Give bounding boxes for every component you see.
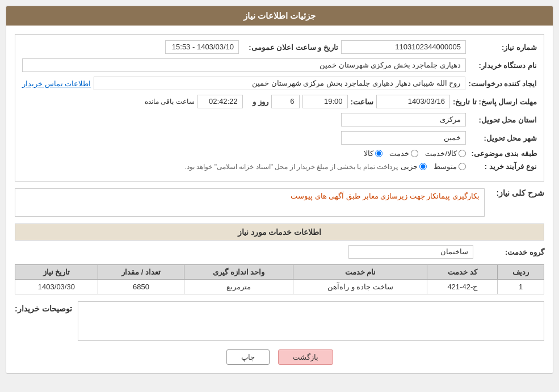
radio-khedmat: خدمت <box>389 149 418 158</box>
tarikh-label: تاریخ و ساعت اعلان عمومی: <box>242 43 338 52</box>
mohlat-date: 1403/03/16 <box>376 95 450 108</box>
cell-tedad: 6850 <box>98 280 184 294</box>
tabaqe-radio-group: کالا/خدمت خدمت کالا <box>364 149 466 158</box>
buttons-row: بازگشت چاپ <box>15 349 544 365</box>
radio-kala-khedmat: کالا/خدمت <box>425 149 466 158</box>
shahr-value: خمین <box>341 131 466 145</box>
shahr-label: شهر محل تحویل: <box>469 134 537 142</box>
page-wrapper: جزئیات اطلاعات نیاز شماره نیاز: 11031023… <box>0 0 559 392</box>
navoe-jozii-label: جزیی <box>401 162 418 171</box>
ijad-value: روح الله شیبانی دهیار دهیاری جلماجرد بخش… <box>94 77 465 90</box>
radio-kala-khedmat-input[interactable] <box>459 150 466 157</box>
sharh-value: بکارگیری پیمانکار جهت زیرسازی معابر طبق … <box>15 188 485 217</box>
goroh-row: گروه خدمت: ساختمان <box>15 245 544 259</box>
mohlat-countdown: 02:42:22 <box>197 95 243 108</box>
ijad-label: ایجاد کننده درخواست: <box>468 79 537 88</box>
goroh-label: گروه خدمت: <box>476 248 544 256</box>
radio-jozii: جزیی <box>401 162 427 171</box>
shomara-niaz-label: شماره نیاز: <box>469 43 537 52</box>
col-kod: کد خدمت <box>427 265 498 280</box>
col-vahed: واحد اندازه گیری <box>184 265 293 280</box>
radio-kala-input[interactable] <box>375 150 383 157</box>
card-body: شماره نیاز: 1103102344000005 تاریخ و ساع… <box>6 26 553 373</box>
mohlat-label: مهلت ارسال پاسخ: تا تاریخ: <box>453 98 537 106</box>
cell-kod: ج-42-421 <box>427 280 498 294</box>
col-tarikh: تاریخ نیاز <box>15 265 98 280</box>
sharh-label: شرح کلی نیاز: <box>487 188 544 197</box>
cell-nam: ساخت جاده و راه‌آهن <box>293 280 427 294</box>
mohlat-rooz: 6 <box>271 95 300 108</box>
tabaqe-khedmat-label: خدمت <box>389 149 409 158</box>
services-table-section: ردیف کد خدمت نام خدمت واحد اندازه گیری ت… <box>15 264 544 294</box>
cell-tarikh: 1403/03/30 <box>15 280 98 294</box>
mohlat-baqi: ساعت باقی مانده <box>145 98 195 106</box>
khadamat-title: اطلاعات خدمات مورد نیاز <box>15 224 544 241</box>
col-radif: ردیف <box>498 265 544 280</box>
toseeh-label: توصیحات خریدار: <box>15 301 72 313</box>
page-title: جزئیات اطلاعات نیاز <box>6 6 553 26</box>
mohlat-saat: 19:00 <box>302 95 348 108</box>
nam-dastgah-label: نام دستگاه خریدار: <box>469 61 537 70</box>
radio-mottasat-input[interactable] <box>459 163 466 170</box>
row-shahr: شهر محل تحویل: خمین <box>22 131 537 145</box>
row-navoe: نوع فرآیند خرید : متوسط جزیی پرداخت تمام… <box>22 162 537 171</box>
services-table: ردیف کد خدمت نام خدمت واحد اندازه گیری ت… <box>15 264 544 294</box>
row-ijad: ایجاد کننده درخواست: روح الله شیبانی دهی… <box>22 77 537 90</box>
tabaqe-kala-khedmat-label: کالا/خدمت <box>425 149 457 158</box>
goroh-value: ساختمان <box>348 245 473 259</box>
mohlat-saat-label: ساعت: <box>351 98 373 106</box>
mohlat-rooz-label: روز و <box>246 98 268 106</box>
print-button[interactable]: چاپ <box>226 349 270 365</box>
shomara-niaz-value: 1103102344000005 <box>341 40 466 54</box>
row-nam-dastgah: نام دستگاه خریدار: دهیاری جلماجرد بخش مر… <box>22 58 537 72</box>
radio-jozii-input[interactable] <box>419 163 427 170</box>
back-button[interactable]: بازگشت <box>278 349 333 365</box>
ostan-label: استان محل تحویل: <box>469 116 537 124</box>
ostan-value: مرکزی <box>341 113 466 127</box>
cell-vahed: مترمربع <box>184 280 293 294</box>
row-mohlat: مهلت ارسال پاسخ: تا تاریخ: 1403/03/16 سا… <box>22 95 537 108</box>
row-ostan: استان محل تحویل: مرکزی <box>22 113 537 127</box>
cell-radif: 1 <box>498 280 544 294</box>
navoe-notice: پرداخت تمام یا بخشی از مبلغ خریدار از مح… <box>22 163 398 171</box>
navoe-label: نوع فرآیند خرید : <box>469 162 537 171</box>
navoe-mottasat-label: متوسط <box>434 162 457 171</box>
navoe-radio-group: متوسط جزیی <box>401 162 466 171</box>
toseeh-box <box>78 301 544 341</box>
info-section: شماره نیاز: 1103102344000005 تاریخ و ساع… <box>15 34 544 182</box>
table-row: 1ج-42-421ساخت جاده و راه‌آهنمترمربع68501… <box>15 280 544 294</box>
tabaqe-label: طبقه بندی موضوعی: <box>469 149 537 158</box>
tarikh-value: 1403/03/10 - 15:53 <box>165 40 239 54</box>
etelaat-tamas-link[interactable]: اطلاعات تماس خریدار <box>22 79 91 88</box>
radio-kala: کالا <box>364 149 383 158</box>
row-shomara: شماره نیاز: 1103102344000005 تاریخ و ساع… <box>22 40 537 54</box>
radio-khedmat-input[interactable] <box>411 150 418 157</box>
nam-dastgah-value: دهیاری جلماجرد بخش مرکزی شهرستان خمین <box>22 58 466 72</box>
col-tedad: تعداد / مقدار <box>98 265 184 280</box>
row-tabaqe: طبقه بندی موضوعی: کالا/خدمت خدمت کالا <box>22 149 537 158</box>
toseeh-row: توصیحات خریدار: <box>15 301 544 341</box>
sharh-row: شرح کلی نیاز: بکارگیری پیمانکار جهت زیرس… <box>15 188 544 217</box>
col-nam: نام خدمت <box>293 265 427 280</box>
radio-mottasat: متوسط <box>434 162 466 171</box>
tabaqe-kala-label: کالا <box>364 149 373 158</box>
main-card: جزئیات اطلاعات نیاز شماره نیاز: 11031023… <box>6 6 553 374</box>
